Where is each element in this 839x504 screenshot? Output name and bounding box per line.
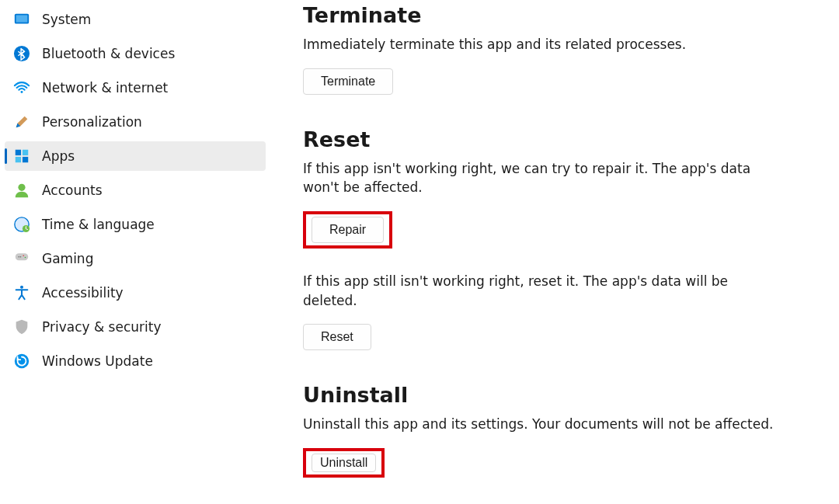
sidebar-item-label: Privacy & security bbox=[42, 319, 162, 335]
sidebar-item-apps[interactable]: Apps bbox=[5, 141, 266, 171]
sidebar-item-network[interactable]: Network & internet bbox=[5, 73, 266, 103]
sidebar-item-label: Time & language bbox=[42, 217, 155, 232]
svg-point-14 bbox=[23, 255, 24, 256]
sidebar-item-privacy[interactable]: Privacy & security bbox=[5, 312, 266, 342]
sidebar-item-accounts[interactable]: Accounts bbox=[5, 176, 266, 205]
sidebar-item-personalization[interactable]: Personalization bbox=[5, 107, 266, 137]
sidebar-item-windows-update[interactable]: Windows Update bbox=[5, 346, 266, 376]
repair-button[interactable]: Repair bbox=[312, 217, 384, 243]
svg-rect-4 bbox=[16, 150, 21, 155]
svg-point-13 bbox=[20, 256, 22, 258]
windows-update-icon bbox=[12, 352, 31, 370]
sidebar-item-label: System bbox=[42, 12, 91, 27]
reset-reset-desc: If this app still isn't working right, r… bbox=[303, 272, 785, 310]
sidebar-item-label: Apps bbox=[42, 148, 75, 164]
sidebar-item-label: Windows Update bbox=[42, 353, 153, 369]
svg-rect-5 bbox=[23, 150, 28, 155]
terminate-section: Terminate Immediately terminate this app… bbox=[303, 3, 820, 99]
sidebar-item-gaming[interactable]: Gaming bbox=[5, 244, 266, 273]
reset-section: Reset If this app isn't working right, w… bbox=[303, 127, 820, 356]
terminate-desc: Immediately terminate this app and its r… bbox=[303, 35, 785, 54]
system-icon bbox=[12, 10, 31, 29]
time-language-icon bbox=[12, 215, 31, 234]
reset-title: Reset bbox=[303, 127, 820, 151]
apps-icon bbox=[12, 147, 31, 165]
svg-point-12 bbox=[18, 256, 19, 258]
uninstall-button[interactable]: Uninstall bbox=[312, 454, 376, 472]
svg-point-8 bbox=[18, 184, 25, 191]
sidebar-item-bluetooth[interactable]: Bluetooth & devices bbox=[5, 39, 266, 68]
accessibility-icon bbox=[12, 283, 31, 302]
privacy-icon bbox=[12, 318, 31, 336]
svg-rect-6 bbox=[16, 157, 21, 162]
sidebar-item-system[interactable]: System bbox=[5, 5, 266, 34]
sidebar: System Bluetooth & devices Network & int… bbox=[0, 0, 272, 504]
reset-repair-desc: If this app isn't working right, we can … bbox=[303, 159, 785, 197]
content: Terminate Immediately terminate this app… bbox=[272, 0, 839, 504]
sidebar-item-accessibility[interactable]: Accessibility bbox=[5, 278, 266, 308]
svg-rect-11 bbox=[16, 253, 29, 260]
terminate-title: Terminate bbox=[303, 3, 820, 27]
accounts-icon bbox=[12, 181, 31, 200]
uninstall-title: Uninstall bbox=[303, 383, 820, 407]
sidebar-item-label: Network & internet bbox=[42, 80, 168, 96]
svg-point-16 bbox=[20, 286, 23, 289]
sidebar-item-label: Gaming bbox=[42, 251, 93, 266]
uninstall-desc: Uninstall this app and its settings. You… bbox=[303, 415, 785, 434]
svg-point-15 bbox=[25, 257, 26, 259]
bluetooth-icon bbox=[12, 44, 31, 63]
sidebar-item-label: Accessibility bbox=[42, 285, 124, 301]
uninstall-section: Uninstall Uninstall this app and its set… bbox=[303, 383, 820, 482]
reset-button[interactable]: Reset bbox=[303, 324, 371, 350]
uninstall-highlight: Uninstall bbox=[303, 448, 385, 478]
sidebar-item-label: Personalization bbox=[42, 114, 142, 130]
repair-highlight: Repair bbox=[303, 211, 392, 249]
sidebar-item-label: Accounts bbox=[42, 182, 103, 198]
svg-point-3 bbox=[21, 91, 23, 93]
sidebar-item-label: Bluetooth & devices bbox=[42, 46, 175, 61]
personalization-icon bbox=[12, 113, 31, 131]
svg-rect-1 bbox=[16, 16, 28, 23]
svg-rect-7 bbox=[23, 157, 28, 162]
sidebar-item-time-language[interactable]: Time & language bbox=[5, 210, 266, 239]
terminate-button[interactable]: Terminate bbox=[303, 68, 393, 95]
gaming-icon bbox=[12, 249, 31, 268]
wifi-icon bbox=[12, 78, 31, 97]
